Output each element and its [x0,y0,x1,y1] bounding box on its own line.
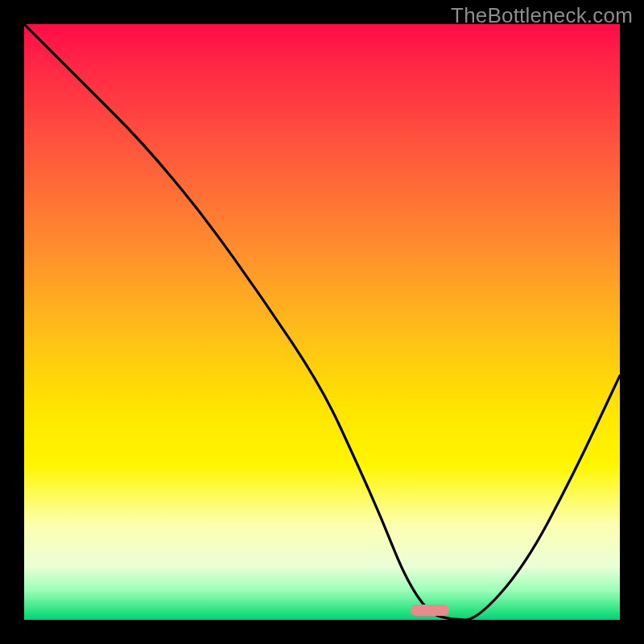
chart-frame: TheBottleneck.com [0,0,644,644]
plot-area [24,24,620,620]
curve-path [24,24,620,620]
bottleneck-curve [24,24,620,620]
minimum-marker [411,605,449,616]
